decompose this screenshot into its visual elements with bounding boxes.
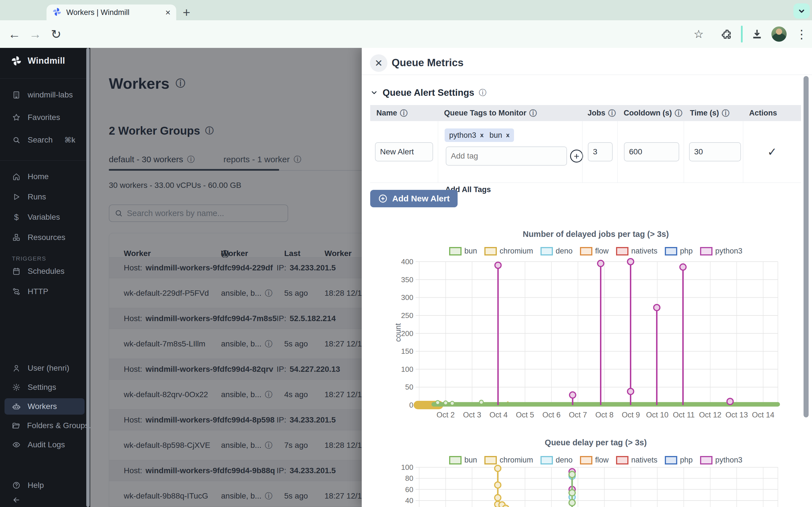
windmill-logo[interactable]: Windmill [11, 55, 65, 66]
robot-icon [12, 402, 21, 411]
info-icon[interactable]: ⓘ [608, 108, 616, 118]
info-icon[interactable]: ⓘ [400, 108, 408, 118]
sidebar-item-search[interactable]: Search⌘k [4, 132, 85, 148]
remove-tag-icon[interactable]: x [480, 131, 484, 139]
legend-item-flow[interactable]: flow [580, 247, 609, 256]
svg-text:Oct 2: Oct 2 [437, 411, 455, 419]
legend-item-bun[interactable]: bun [449, 247, 477, 256]
add-new-alert-button[interactable]: Add New Alert [370, 190, 458, 207]
info-icon[interactable]: ⓘ [675, 108, 682, 118]
queue-alert-settings-section[interactable]: Queue Alert Settings ⓘ [370, 87, 486, 98]
bookmark-star-icon[interactable]: ☆ [694, 27, 704, 41]
tab-title: Workers | Windmill [66, 8, 161, 17]
panel-scrollbar[interactable] [804, 76, 809, 417]
play-icon [12, 193, 21, 201]
svg-text:Oct 10: Oct 10 [646, 411, 669, 419]
sidebar-item-label: Audit Logs [28, 440, 65, 449]
sidebar-item-variables[interactable]: $Variables [4, 209, 85, 225]
sidebar-item-settings[interactable]: Settings [4, 379, 85, 395]
sidebar-item-[interactable] [4, 492, 85, 507]
drawer-close-button[interactable]: ✕ [370, 54, 388, 72]
legend-item-php[interactable]: php [665, 456, 693, 464]
sidebar-item-folders-groups[interactable]: Folders & Groups... [4, 417, 85, 434]
legend-item-nativets[interactable]: nativets [616, 247, 658, 256]
sidebar-item-resources[interactable]: Resources [4, 229, 85, 245]
svg-text:50: 50 [405, 383, 413, 391]
legend-swatch [580, 456, 592, 464]
browser-menu-icon[interactable]: ⋮ [796, 25, 808, 43]
plus-circle-icon [378, 194, 388, 203]
legend-item-deno[interactable]: deno [541, 456, 573, 464]
sidebar-item-windmill-labs[interactable]: windmill-labs [4, 87, 85, 103]
tab-search-button[interactable] [794, 3, 810, 18]
sidebar-item-label: Search [28, 135, 53, 145]
sidebar-item-runs[interactable]: Runs [4, 189, 85, 205]
remove-tag-icon[interactable]: x [506, 131, 509, 139]
confirm-alert-icon[interactable]: ✓ [767, 145, 777, 158]
chart2-legend: bunchromiumdenoflownativetsphppython3 [396, 456, 796, 464]
sidebar-item-label: Workers [28, 402, 57, 411]
chevron-down-icon [797, 6, 806, 16]
sidebar-item-audit-logs[interactable]: Audit Logs [4, 437, 85, 453]
route-icon [12, 287, 21, 296]
info-icon[interactable]: ⓘ [479, 88, 486, 98]
sidebar-item-label: HTTP [28, 287, 48, 296]
col-name: Nameⓘ [370, 108, 438, 118]
legend-item-python3[interactable]: python3 [700, 456, 742, 464]
sidebar-item-label: Favorites [28, 113, 60, 122]
add-tag-button[interactable]: + [570, 150, 583, 163]
col-time: Time (s)ⓘ [684, 108, 743, 118]
col-jobs: Jobsⓘ [582, 108, 617, 118]
cooldown-input[interactable] [624, 142, 679, 161]
sidebar-item-schedules[interactable]: Schedules [4, 263, 85, 279]
svg-text:Oct 3: Oct 3 [463, 411, 481, 419]
sidebar-item-label: Home [28, 172, 49, 181]
legend-item-nativets[interactable]: nativets [616, 456, 658, 464]
sidebar-item-home[interactable]: Home [4, 168, 85, 185]
back-icon[interactable]: ← [4, 27, 25, 41]
sidebar-item-favorites[interactable]: Favorites [4, 109, 85, 126]
sidebar-item-workers[interactable]: Workers [4, 398, 85, 414]
add-tag-input[interactable] [446, 147, 567, 166]
forward-icon[interactable]: → [25, 27, 46, 41]
sidebar-item-http[interactable]: HTTP [4, 283, 85, 300]
alert-name-input[interactable] [375, 142, 433, 161]
legend-item-bun[interactable]: bun [449, 456, 477, 464]
calendar-icon [12, 267, 21, 276]
sidebar-item-help[interactable]: Help [4, 477, 85, 494]
logo-text: Windmill [28, 56, 65, 66]
legend-item-chromium[interactable]: chromium [485, 247, 533, 256]
legend-item-deno[interactable]: deno [541, 247, 573, 256]
search-icon [12, 136, 21, 144]
sidebar-scrollbar[interactable] [86, 48, 90, 507]
legend-swatch [616, 456, 628, 464]
info-icon[interactable]: ⓘ [529, 108, 537, 118]
legend-item-flow[interactable]: flow [580, 456, 609, 464]
svg-text:Oct 6: Oct 6 [543, 411, 561, 419]
tab-close-icon[interactable]: × [165, 8, 170, 17]
jobs-input[interactable] [588, 142, 613, 161]
legend-label: deno [556, 456, 573, 464]
extensions-icon[interactable] [721, 25, 733, 43]
download-icon[interactable] [751, 25, 763, 43]
tag-chip-python3: python3x [445, 128, 488, 142]
eye-icon [12, 441, 21, 449]
avatar[interactable] [771, 25, 786, 43]
svg-text:Oct 13: Oct 13 [725, 411, 748, 419]
star-icon [12, 113, 21, 122]
legend-item-python3[interactable]: python3 [700, 247, 742, 256]
windmill-logo-icon [11, 55, 22, 66]
svg-text:350: 350 [401, 276, 413, 284]
legend-item-php[interactable]: php [665, 247, 693, 256]
reload-icon[interactable]: ↻ [46, 27, 66, 41]
info-icon[interactable]: ⓘ [722, 108, 729, 118]
new-tab-button[interactable]: + [183, 7, 190, 18]
building-icon [12, 91, 21, 99]
browser-tab[interactable]: Workers | Windmill × [47, 4, 176, 20]
svg-text:Oct 7: Oct 7 [569, 411, 587, 419]
svg-text:300: 300 [401, 293, 413, 302]
legend-label: bun [464, 247, 477, 256]
sidebar-item-user-henri[interactable]: User (henri) [4, 360, 85, 376]
legend-item-chromium[interactable]: chromium [485, 456, 533, 464]
time-input[interactable] [689, 142, 741, 161]
